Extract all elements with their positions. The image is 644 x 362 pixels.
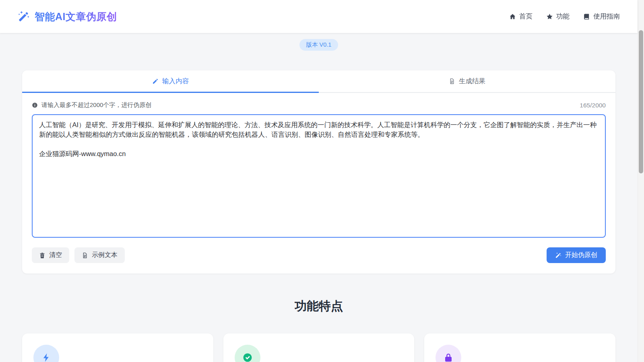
book-icon xyxy=(583,13,590,20)
input-hint-text: 请输入最多不超过2000个字，进行伪原创 xyxy=(41,101,151,109)
tab-input-content[interactable]: 输入内容 xyxy=(22,70,319,93)
pencil-icon xyxy=(152,78,159,84)
tab-label: 输入内容 xyxy=(162,77,189,86)
feature-cards xyxy=(22,333,615,362)
char-counter: 165/2000 xyxy=(580,102,606,109)
features-heading: 功能特点 xyxy=(22,298,615,315)
document-icon xyxy=(82,252,88,259)
nav-item-guide[interactable]: 使用指南 xyxy=(583,12,620,21)
clear-button-label: 清空 xyxy=(49,251,62,259)
input-hint: 请输入最多不超过2000个字，进行伪原创 xyxy=(32,101,151,109)
lock-icon xyxy=(444,353,453,362)
feature-icon-circle xyxy=(33,345,59,362)
article-input[interactable]: 人工智能（AI）是研究、开发用于模拟、延伸和扩展人的智能的理论、方法、技术及应用… xyxy=(32,114,606,238)
editor-tabs: 输入内容 生成结果 xyxy=(22,70,615,93)
app-logo[interactable]: 智能AI文章伪原创 xyxy=(18,10,117,23)
app-title: 智能AI文章伪原创 xyxy=(35,10,117,23)
version-badge: 版本 V0.1 xyxy=(299,39,339,51)
lightning-icon xyxy=(41,353,51,362)
nav-item-home[interactable]: 首页 xyxy=(509,12,533,21)
feature-card-privacy xyxy=(424,333,615,362)
magic-wand-icon xyxy=(555,252,561,259)
info-icon xyxy=(32,102,38,108)
tab-label: 生成结果 xyxy=(459,77,485,86)
trash-icon xyxy=(39,252,45,259)
scrollbar-thumb[interactable] xyxy=(639,30,643,173)
feature-card-speed xyxy=(22,333,213,362)
feature-card-quality xyxy=(223,333,415,362)
check-circle-icon xyxy=(243,353,252,362)
tab-generated-result[interactable]: 生成结果 xyxy=(319,70,615,93)
page-scrollbar[interactable] xyxy=(638,0,644,362)
main-nav: 首页 功能 使用指南 xyxy=(509,12,620,21)
feature-icon-circle xyxy=(235,345,260,362)
page: 智能AI文章伪原创 首页 功能 使用指南 xyxy=(0,0,638,362)
nav-item-label: 功能 xyxy=(556,12,570,21)
document-icon xyxy=(449,78,455,84)
sample-text-button-label: 示例文本 xyxy=(92,251,118,259)
nav-item-label: 使用指南 xyxy=(593,12,620,21)
star-icon xyxy=(546,13,553,20)
magic-wand-icon xyxy=(18,10,30,23)
nav-item-label: 首页 xyxy=(519,12,533,21)
home-icon xyxy=(509,13,516,20)
clear-button[interactable]: 清空 xyxy=(32,247,69,263)
editor-card: 输入内容 生成结果 请输 xyxy=(22,70,615,274)
start-rewrite-button-label: 开始伪原创 xyxy=(565,251,597,259)
app-header: 智能AI文章伪原创 首页 功能 使用指南 xyxy=(0,0,638,33)
sample-text-button[interactable]: 示例文本 xyxy=(74,247,125,263)
start-rewrite-button[interactable]: 开始伪原创 xyxy=(547,247,606,263)
feature-icon-circle xyxy=(436,345,461,362)
nav-item-features[interactable]: 功能 xyxy=(546,12,570,21)
